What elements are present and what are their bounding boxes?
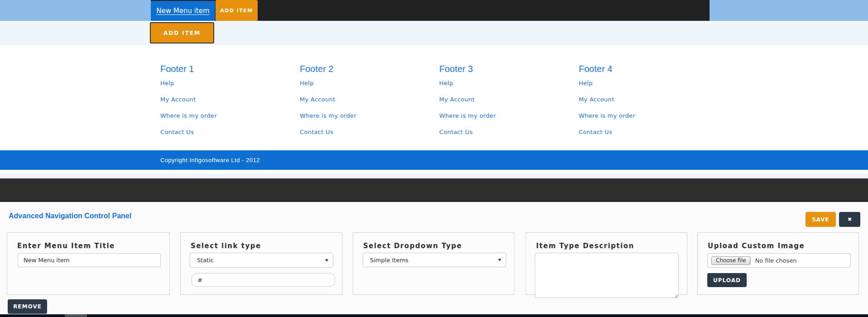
copyright-text: Copyright Infigosoftware Ltd - 2012 xyxy=(0,150,868,170)
chevron-down-icon: ▼ xyxy=(325,259,328,262)
footer-link-help[interactable]: Help xyxy=(579,80,715,96)
footer-link-my-account[interactable]: My Account xyxy=(439,96,575,112)
nav-item-label: New Menu item xyxy=(156,7,209,15)
footer-link-my-account[interactable]: My Account xyxy=(300,96,436,112)
footer-link-where-is-my-order[interactable]: Where is my order xyxy=(160,112,296,129)
link-type-group: Select link type Static ▼ xyxy=(180,232,342,295)
footer-column-title: Footer 2 xyxy=(300,63,436,74)
footer-column-title: Footer 3 xyxy=(439,63,575,74)
add-item-button-top[interactable]: ADD ITEM xyxy=(216,0,258,21)
copyright-bar: Copyright Infigosoftware Ltd - 2012 xyxy=(0,150,868,170)
file-input-divider xyxy=(750,256,751,265)
close-button[interactable]: ✖ xyxy=(839,212,860,227)
item-type-description-textarea[interactable] xyxy=(535,253,679,298)
save-button[interactable]: SAVE xyxy=(806,212,836,227)
footer-column-1: Footer 1 Help My Account Where is my ord… xyxy=(160,45,296,145)
group-heading: Select Dropdown Type xyxy=(363,242,462,250)
footer-link-where-is-my-order[interactable]: Where is my order xyxy=(579,112,715,129)
footer-column-title: Footer 1 xyxy=(160,63,296,74)
add-item-button-dropdown[interactable]: ADD ITEM xyxy=(150,22,214,43)
footer-column-3: Footer 3 Help My Account Where is my ord… xyxy=(439,45,575,145)
group-heading: Select link type xyxy=(191,242,261,250)
nav-item-new-menu-item[interactable]: New Menu item xyxy=(151,1,215,21)
group-heading: Item Type Description xyxy=(536,242,634,250)
footer-link-contact-us[interactable]: Contact Us xyxy=(439,129,575,145)
footer-link-where-is-my-order[interactable]: Where is my order xyxy=(300,112,436,129)
upload-button[interactable]: UPLOAD xyxy=(707,273,747,287)
selected-option: Simple Items xyxy=(370,257,408,264)
group-heading: Upload Custom Image xyxy=(708,242,805,250)
file-status-text: No file chosen xyxy=(755,257,796,264)
close-icon: ✖ xyxy=(848,216,852,222)
menu-item-title-group: Enter Menu Item Title xyxy=(7,232,170,295)
footer-link-where-is-my-order[interactable]: Where is my order xyxy=(439,112,575,129)
item-type-description-group: Item Type Description xyxy=(526,232,687,295)
light-divider-strip xyxy=(0,174,868,178)
footer-link-contact-us[interactable]: Contact Us xyxy=(579,129,715,145)
choose-file-button[interactable]: Choose file xyxy=(711,256,750,265)
page-title: Advanced Navigation Control Panel xyxy=(9,212,131,220)
advanced-navigation-control-panel: Advanced Navigation Control Panel SAVE ✖… xyxy=(0,202,868,314)
footer-link-my-account[interactable]: My Account xyxy=(160,96,296,112)
footer-column-2: Footer 2 Help My Account Where is my ord… xyxy=(300,45,436,145)
footer-column-4: Footer 4 Help My Account Where is my ord… xyxy=(579,45,715,145)
page: New Menu item ADD ITEM ADD ITEM Footer 1… xyxy=(0,0,868,317)
top-nav-bar: New Menu item ADD ITEM xyxy=(0,0,868,21)
footer-link-contact-us[interactable]: Contact Us xyxy=(300,129,436,145)
subnav-strip: ADD ITEM xyxy=(0,21,868,45)
selected-option: Static xyxy=(197,257,214,264)
remove-button[interactable]: REMOVE xyxy=(8,299,47,314)
link-type-select[interactable]: Static ▼ xyxy=(190,253,333,268)
upload-custom-image-group: Upload Custom Image Choose file No file … xyxy=(697,232,859,295)
link-url-input[interactable] xyxy=(192,273,335,287)
footer-column-title: Footer 4 xyxy=(579,63,715,74)
dropdown-type-group: Select Dropdown Type Simple Items ▼ xyxy=(353,232,514,295)
footer-link-help[interactable]: Help xyxy=(300,80,436,96)
section-divider-bar xyxy=(0,178,868,202)
footer-link-contact-us[interactable]: Contact Us xyxy=(160,129,296,145)
footer-link-my-account[interactable]: My Account xyxy=(579,96,715,112)
horizontal-scrollbar-thumb[interactable] xyxy=(65,314,87,317)
footer-preview: Footer 1 Help My Account Where is my ord… xyxy=(0,45,868,150)
group-heading: Enter Menu Item Title xyxy=(17,242,115,250)
footer-link-help[interactable]: Help xyxy=(160,80,296,96)
chevron-down-icon: ▼ xyxy=(498,258,501,262)
menu-item-title-input[interactable] xyxy=(18,253,161,267)
file-input[interactable]: Choose file No file chosen xyxy=(707,253,851,268)
horizontal-scrollbar[interactable] xyxy=(0,314,868,317)
dropdown-type-select[interactable]: Simple Items ▼ xyxy=(363,253,506,267)
footer-link-help[interactable]: Help xyxy=(439,80,575,96)
